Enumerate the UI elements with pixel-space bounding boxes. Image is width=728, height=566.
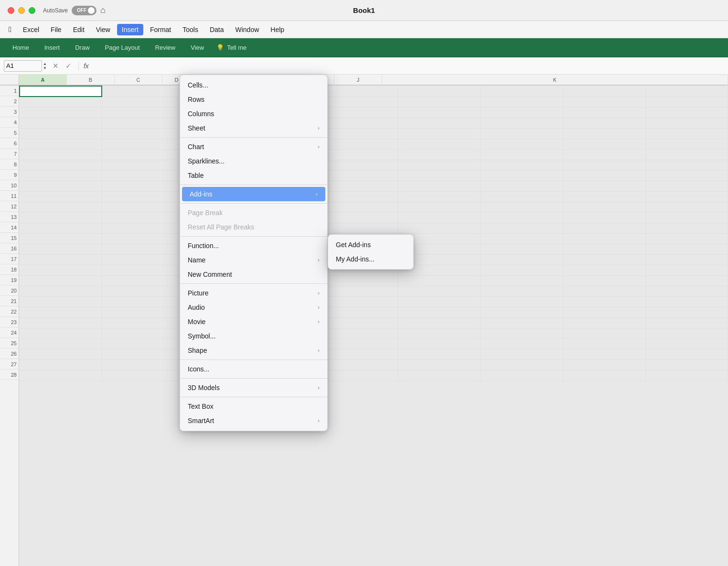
col-header-c[interactable]: C	[115, 75, 162, 85]
cell[interactable]	[563, 233, 645, 244]
cell[interactable]	[481, 128, 563, 139]
menu-audio[interactable]: Audio ›	[180, 300, 327, 315]
cell[interactable]	[563, 244, 645, 254]
cell[interactable]	[316, 212, 398, 223]
row-num-12[interactable]: 12	[0, 201, 19, 212]
row-num-14[interactable]: 14	[0, 222, 19, 233]
cell[interactable]	[563, 97, 645, 107]
cell[interactable]	[563, 338, 645, 349]
cell[interactable]	[481, 275, 563, 286]
row-num-15[interactable]: 15	[0, 233, 19, 243]
cell[interactable]	[398, 317, 481, 328]
row-num-10[interactable]: 10	[0, 180, 19, 191]
cell[interactable]	[398, 275, 481, 286]
cell[interactable]	[563, 139, 645, 149]
cancel-button[interactable]: ✕	[51, 61, 61, 71]
confirm-button[interactable]: ✓	[64, 61, 74, 71]
cell[interactable]	[563, 265, 645, 275]
cell[interactable]	[398, 170, 481, 181]
maximize-button[interactable]	[29, 7, 35, 14]
cell[interactable]	[102, 128, 184, 139]
cell[interactable]	[563, 149, 645, 160]
cell[interactable]	[20, 202, 102, 212]
cell[interactable]	[563, 202, 645, 212]
cell[interactable]	[398, 128, 481, 139]
row-num-24[interactable]: 24	[0, 327, 19, 338]
cell[interactable]	[645, 149, 728, 160]
cell[interactable]	[645, 286, 728, 296]
cell[interactable]	[316, 338, 398, 349]
cell[interactable]	[481, 160, 563, 170]
menu-shape[interactable]: Shape ›	[180, 343, 327, 358]
submenu-my-addins[interactable]: My Add-ins...	[328, 252, 413, 266]
cell[interactable]	[645, 191, 728, 202]
cell[interactable]	[398, 223, 481, 233]
cell[interactable]	[563, 128, 645, 139]
cell[interactable]	[645, 254, 728, 265]
cell[interactable]	[645, 244, 728, 254]
cell[interactable]	[102, 349, 184, 359]
cell[interactable]	[102, 370, 184, 381]
cell[interactable]	[20, 86, 102, 97]
cell[interactable]	[398, 296, 481, 307]
col-header-b[interactable]: B	[67, 75, 115, 85]
cell[interactable]	[102, 254, 184, 265]
row-num-19[interactable]: 19	[0, 275, 19, 285]
cell[interactable]	[481, 97, 563, 107]
cell[interactable]	[645, 223, 728, 233]
cell[interactable]	[563, 370, 645, 381]
menu-3dmodels[interactable]: 3D Models ›	[180, 381, 327, 395]
row-num-26[interactable]: 26	[0, 348, 19, 359]
cell[interactable]	[20, 286, 102, 296]
menu-edit[interactable]: Edit	[68, 24, 89, 35]
cell[interactable]	[645, 307, 728, 317]
row-num-13[interactable]: 13	[0, 212, 19, 222]
cell[interactable]	[316, 307, 398, 317]
tell-me-area[interactable]: 💡 Tell me	[216, 44, 246, 51]
home-icon[interactable]: ⌂	[100, 5, 106, 15]
cell[interactable]	[20, 107, 102, 118]
cell[interactable]	[563, 328, 645, 338]
menu-newcomment[interactable]: New Comment	[180, 267, 327, 282]
cell[interactable]	[102, 118, 184, 128]
cell[interactable]	[481, 254, 563, 265]
ribbon-tab-view[interactable]: View	[184, 41, 211, 54]
cell[interactable]	[398, 307, 481, 317]
cell[interactable]	[398, 349, 481, 359]
autosave-toggle[interactable]: OFF	[72, 6, 96, 15]
cell[interactable]	[316, 317, 398, 328]
cell[interactable]	[398, 191, 481, 202]
cell[interactable]	[102, 139, 184, 149]
cell[interactable]	[316, 139, 398, 149]
cell[interactable]	[102, 286, 184, 296]
cell[interactable]	[102, 359, 184, 370]
cell[interactable]	[645, 139, 728, 149]
row-num-28[interactable]: 28	[0, 370, 19, 380]
cell[interactable]	[398, 181, 481, 191]
cell[interactable]	[20, 359, 102, 370]
cell[interactable]	[563, 307, 645, 317]
cell[interactable]	[563, 254, 645, 265]
cell[interactable]	[102, 160, 184, 170]
cell[interactable]	[645, 296, 728, 307]
menu-sheet[interactable]: Sheet ›	[180, 121, 327, 135]
cell[interactable]	[481, 244, 563, 254]
cell[interactable]	[563, 181, 645, 191]
function-icon[interactable]: fx	[84, 62, 89, 70]
cell[interactable]	[398, 86, 481, 97]
row-num-8[interactable]: 8	[0, 159, 19, 170]
cell[interactable]	[563, 349, 645, 359]
submenu-get-addins[interactable]: Get Add-ins	[328, 238, 413, 252]
cell[interactable]	[398, 212, 481, 223]
ribbon-tab-insert[interactable]: Insert	[38, 41, 67, 54]
cell[interactable]	[20, 244, 102, 254]
cell[interactable]	[481, 191, 563, 202]
cell[interactable]	[102, 202, 184, 212]
menu-window[interactable]: Window	[230, 24, 264, 35]
row-num-5[interactable]: 5	[0, 128, 19, 138]
row-num-9[interactable]: 9	[0, 170, 19, 180]
menu-file[interactable]: File	[46, 24, 66, 35]
row-num-7[interactable]: 7	[0, 149, 19, 159]
row-num-3[interactable]: 3	[0, 107, 19, 117]
cell[interactable]	[398, 338, 481, 349]
